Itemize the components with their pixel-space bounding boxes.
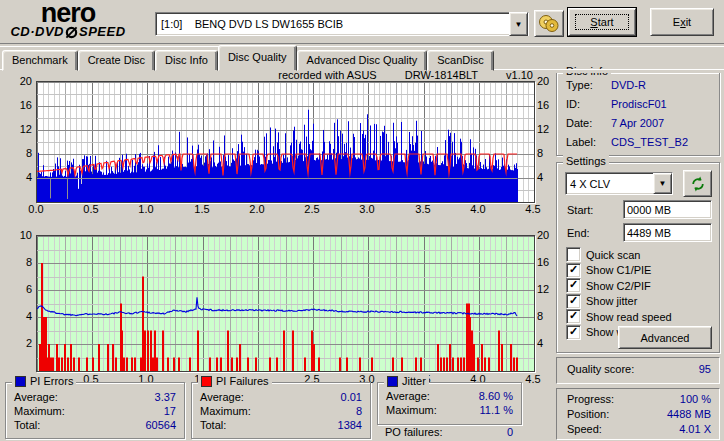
- axis-tick-label: 12: [537, 283, 549, 295]
- checkbox-show-jitter[interactable]: ✓Show jitter: [566, 294, 637, 309]
- checkbox-show-read-speed[interactable]: ✓Show read speed: [566, 309, 672, 324]
- drive-select-value: [1:0] BENQ DVD LS DW1655 BCIB: [156, 18, 509, 30]
- checkbox-label: Show read speed: [586, 311, 672, 323]
- end-position-label: End:: [567, 227, 590, 239]
- end-position-input[interactable]: [623, 223, 712, 242]
- pi-errors-legend-swatch: [15, 376, 26, 387]
- checkbox-box[interactable]: ✓: [566, 294, 581, 309]
- axis-tick-label: 10: [6, 229, 32, 241]
- disc-glyph-icon: [65, 26, 78, 39]
- start-position-input[interactable]: [623, 200, 712, 219]
- checkbox-box[interactable]: ✓: [566, 309, 581, 324]
- pi-failures-groupbox: PI Failures Average:0.01 Maximum:8 Total…: [191, 382, 371, 439]
- refresh-icon: [690, 176, 706, 192]
- axis-tick-label: 1.5: [187, 203, 217, 215]
- start-position-label: Start:: [567, 204, 593, 216]
- axis-tick-label: 8: [6, 147, 32, 159]
- axis-tick-label: 20: [6, 75, 32, 87]
- tab-scandisc[interactable]: ScanDisc: [427, 50, 493, 71]
- advanced-button[interactable]: Advanced: [618, 326, 712, 349]
- quality-score-value: 95: [699, 363, 711, 375]
- progress-panel: Progress:100 % Position:4488 MB Speed:4.…: [556, 388, 720, 440]
- tab-strip: BenchmarkCreate DiscDisc InfoDisc Qualit…: [2, 47, 494, 71]
- drive-select-combobox[interactable]: [1:0] BENQ DVD LS DW1655 BCIB ▼: [155, 12, 529, 36]
- axis-tick-label: 3.0: [352, 203, 382, 215]
- axis-tick-label: 2: [6, 337, 32, 349]
- axis-tick-label: 16: [537, 99, 549, 111]
- disc-info-groupbox: Disc info Type: DVD-R ID: ProdiscF01 Dat…: [556, 72, 720, 156]
- checkbox-label: Show C2/PIF: [586, 280, 651, 292]
- nero-cd-dvd-speed-logo: nero CD·DVD SPEED: [2, 1, 134, 39]
- checkbox-box[interactable]: ✓: [566, 278, 581, 293]
- pif-jitter-chart-canvas: [37, 236, 534, 371]
- checkbox-box[interactable]: ✓: [566, 263, 581, 278]
- axis-tick-label: 4: [6, 310, 32, 322]
- pi-errors-title: PI Errors: [12, 375, 76, 387]
- speed-value: 4.01 X: [679, 423, 711, 435]
- scan-speed-dropdown-arrow[interactable]: ▼: [653, 173, 672, 194]
- checkbox-show-c2-pif[interactable]: ✓Show C2/PIF: [566, 278, 651, 293]
- checkbox-label: Quick scan: [586, 249, 640, 261]
- quality-score-label: Quality score:: [567, 363, 634, 375]
- checkbox-show-c1-pie[interactable]: ✓Show C1/PIE: [566, 263, 651, 278]
- advanced-button-label: Advanced: [641, 332, 690, 344]
- axis-tick-label: 16: [6, 99, 32, 111]
- axis-tick-label: 4: [6, 171, 32, 183]
- drive-select-dropdown-arrow[interactable]: ▼: [509, 12, 528, 36]
- tab-create-disc[interactable]: Create Disc: [78, 50, 155, 71]
- axis-tick-label: 8: [6, 256, 32, 268]
- axis-tick-label: 4: [537, 171, 543, 183]
- axis-tick-label: 8: [537, 147, 543, 159]
- settings-groupbox: Settings 4 X CLV ▼ Start: End: Quick sca…: [556, 162, 720, 353]
- pie-chart-plot: [36, 81, 535, 203]
- pi-failures-legend-swatch: [201, 376, 212, 387]
- pif-jitter-chart-plot: [36, 235, 535, 372]
- axis-tick-label: 8: [537, 310, 543, 322]
- settings-title: Settings: [563, 155, 609, 167]
- checkbox-quick-scan[interactable]: Quick scan: [566, 247, 640, 262]
- axis-tick-label: 4.0: [463, 203, 493, 215]
- tab-benchmark[interactable]: Benchmark: [2, 50, 78, 71]
- logo-text-nero: nero: [41, 1, 96, 25]
- axis-tick-label: 3.5: [408, 203, 438, 215]
- jitter-title: Jitter: [384, 375, 429, 387]
- quality-score-panel: Quality score: 95: [556, 357, 720, 384]
- tab-advanced-disc-quality[interactable]: Advanced Disc Quality: [297, 50, 428, 71]
- pi-errors-groupbox: PI Errors Average:3.37 Maximum:17 Total:…: [5, 382, 185, 439]
- po-failures-row: PO failures: 0: [385, 426, 513, 438]
- scan-speed-select[interactable]: 4 X CLV ▼: [565, 172, 673, 195]
- disc-type-value: DVD-R: [611, 79, 646, 91]
- checkbox-box[interactable]: ✓: [566, 325, 581, 340]
- disc-date-value: 7 Apr 2007: [611, 117, 664, 129]
- disc-info-refresh-button[interactable]: [534, 10, 564, 37]
- checkbox-box[interactable]: [566, 247, 581, 262]
- scan-speed-value: 4 X CLV: [566, 178, 653, 190]
- exit-button[interactable]: Exit: [650, 8, 714, 36]
- nero-cd-dvd-speed-window: nero CD·DVD SPEED [1:0] BENQ DVD LS DW16…: [0, 0, 724, 441]
- start-button[interactable]: Start: [568, 8, 636, 36]
- disc-id-value: ProdiscF01: [611, 98, 667, 110]
- axis-tick-label: 0.0: [21, 203, 51, 215]
- discs-icon: [538, 14, 560, 33]
- axis-tick-label: 6: [6, 283, 32, 295]
- start-button-label: Start: [575, 14, 628, 30]
- axis-tick-label: 1.0: [131, 203, 161, 215]
- pie-chart-canvas: [37, 82, 534, 202]
- axis-tick-label: 16: [537, 256, 549, 268]
- exit-button-label: Exit: [673, 16, 691, 28]
- axis-tick-label: 20: [537, 229, 549, 241]
- checkbox-label: Show C1/PIE: [586, 264, 651, 276]
- axis-tick-label: 0.5: [76, 203, 106, 215]
- jitter-legend-swatch: [387, 376, 398, 387]
- refresh-button[interactable]: [683, 170, 712, 197]
- logo-text-cdspeed: CD·DVD SPEED: [10, 25, 125, 39]
- position-value: 4488 MB: [667, 408, 711, 420]
- jitter-groupbox: Jitter Average:8.60 % Maximum:11.1 %: [377, 382, 522, 425]
- tab-disc-info[interactable]: Disc Info: [155, 50, 218, 71]
- axis-tick-label: 20: [537, 75, 549, 87]
- checkbox-label: Show jitter: [586, 295, 637, 307]
- axis-tick-label: 4.5: [518, 203, 548, 215]
- axis-tick-label: 2.0: [242, 203, 272, 215]
- axis-tick-label: 2.5: [297, 203, 327, 215]
- tab-disc-quality[interactable]: Disc Quality: [218, 45, 297, 71]
